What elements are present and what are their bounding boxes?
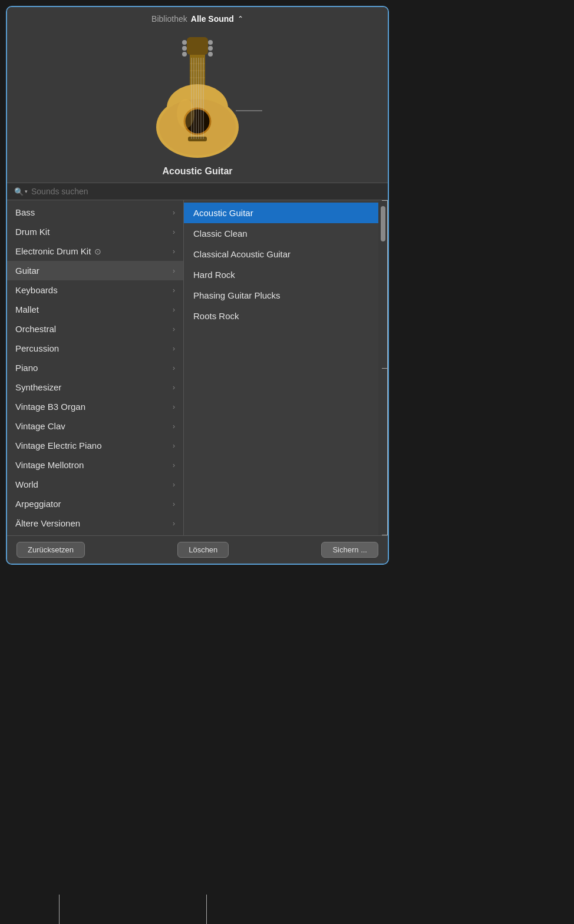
scroll-thumb[interactable]: [381, 206, 385, 241]
category-label-vintage-electric-piano: Vintage Electric Piano: [15, 441, 101, 451]
search-icon: 🔍: [14, 187, 24, 196]
category-label-synthesizer: Synthesizer: [15, 382, 61, 392]
chevron-right-icon-guitar: ›: [173, 267, 175, 275]
category-label-world: World: [15, 479, 38, 489]
connector-tick-bottom: [382, 535, 388, 535]
category-label-bass: Bass: [15, 207, 35, 217]
category-item-aeltere-versionen[interactable]: Ältere Versionen›: [7, 514, 183, 533]
instrument-display: Acoustic Guitar: [7, 28, 388, 183]
header-title[interactable]: Alle Sound: [191, 14, 234, 24]
sound-item-roots-rock[interactable]: Roots Rock: [184, 306, 378, 326]
chevron-right-icon-mallet: ›: [173, 306, 175, 314]
bottom-connector-reset: [59, 895, 60, 924]
category-label-orchestral: Orchestral: [15, 324, 56, 334]
category-item-vintage-b3-organ[interactable]: Vintage B3 Organ›: [7, 397, 183, 416]
save-button[interactable]: Sichern ...: [321, 542, 378, 558]
category-label-vintage-clav: Vintage Clav: [15, 421, 65, 431]
reset-button[interactable]: Zurücksetzen: [17, 542, 85, 558]
search-dropdown-icon[interactable]: ▾: [25, 188, 28, 194]
chevron-right-icon-drum-kit: ›: [173, 228, 175, 236]
sound-item-classical-acoustic-guitar[interactable]: Classical Acoustic Guitar: [184, 244, 378, 264]
category-item-keyboards[interactable]: Keyboards›: [7, 280, 183, 300]
sound-item-acoustic-guitar[interactable]: Acoustic Guitar: [184, 203, 378, 223]
chevron-right-icon-orchestral: ›: [173, 325, 175, 333]
content-area: Bass›Drum Kit›Electronic Drum Kit⊙›Guita…: [7, 200, 388, 535]
svg-rect-18: [188, 137, 207, 141]
category-label-drum-kit: Drum Kit: [15, 227, 50, 237]
svg-point-7: [208, 52, 213, 57]
svg-rect-1: [187, 37, 208, 55]
category-label-guitar: Guitar: [15, 266, 39, 276]
chevron-right-icon-bass: ›: [173, 208, 175, 217]
svg-point-2: [182, 40, 187, 45]
svg-point-25: [177, 99, 194, 128]
connector-tick-mid: [382, 368, 388, 369]
category-label-vintage-b3-organ: Vintage B3 Organ: [15, 402, 85, 412]
category-item-vintage-electric-piano[interactable]: Vintage Electric Piano›: [7, 436, 183, 455]
sound-list: Acoustic GuitarClassic CleanClassical Ac…: [184, 200, 378, 535]
library-panel: Bibliothek Alle Sound ⌃: [6, 6, 389, 565]
category-item-guitar[interactable]: Guitar›: [7, 261, 183, 280]
category-item-piano[interactable]: Piano›: [7, 358, 183, 377]
category-item-arpeggiator[interactable]: Arpeggiator›: [7, 494, 183, 514]
sound-item-classic-clean[interactable]: Classic Clean: [184, 223, 378, 244]
category-item-vintage-clav[interactable]: Vintage Clav›: [7, 416, 183, 436]
chevron-right-icon-world: ›: [173, 481, 175, 489]
category-label-arpeggiator: Arpeggiator: [15, 499, 61, 509]
svg-point-5: [208, 40, 213, 45]
chevron-right-icon-vintage-b3-organ: ›: [173, 403, 175, 411]
chevron-right-icon-arpeggiator: ›: [173, 500, 175, 508]
category-label-mallet: Mallet: [15, 304, 39, 314]
guitar-image: [133, 34, 262, 164]
category-label-keyboards: Keyboards: [15, 285, 58, 295]
category-label-electronic-drum-kit: Electronic Drum Kit: [15, 246, 91, 256]
svg-point-3: [182, 46, 187, 51]
header: Bibliothek Alle Sound ⌃: [7, 7, 388, 28]
category-item-electronic-drum-kit[interactable]: Electronic Drum Kit⊙›: [7, 241, 183, 261]
search-bar[interactable]: 🔍 ▾: [7, 183, 388, 200]
chevron-right-icon-keyboards: ›: [173, 286, 175, 294]
category-label-percussion: Percussion: [15, 343, 59, 353]
search-icon-group[interactable]: 🔍 ▾: [14, 187, 28, 196]
download-icon-electronic-drum-kit[interactable]: ⊙: [94, 247, 101, 256]
svg-point-4: [182, 52, 187, 57]
category-label-piano: Piano: [15, 363, 38, 373]
delete-button[interactable]: Löschen: [177, 542, 229, 558]
category-list: Bass›Drum Kit›Electronic Drum Kit⊙›Guita…: [7, 200, 184, 535]
sound-item-phasing-guitar-plucks[interactable]: Phasing Guitar Plucks: [184, 285, 378, 306]
instrument-label: Acoustic Guitar: [162, 166, 232, 177]
connector-tick-top: [382, 200, 388, 201]
category-label-aeltere-versionen: Ältere Versionen: [15, 518, 80, 528]
chevron-right-icon-synthesizer: ›: [173, 383, 175, 392]
category-item-percussion[interactable]: Percussion›: [7, 339, 183, 358]
scroll-track[interactable]: [378, 200, 388, 535]
chevron-right-icon-piano: ›: [173, 364, 175, 372]
chevron-right-icon-vintage-mellotron: ›: [173, 461, 175, 469]
svg-point-6: [208, 46, 213, 51]
footer: Zurücksetzen Löschen Sichern ...: [7, 535, 388, 564]
category-item-orchestral[interactable]: Orchestral›: [7, 319, 183, 339]
chevron-right-icon-vintage-electric-piano: ›: [173, 442, 175, 450]
category-item-vintage-mellotron[interactable]: Vintage Mellotron›: [7, 455, 183, 475]
chevron-right-icon-vintage-clav: ›: [173, 422, 175, 430]
chevron-up-icon[interactable]: ⌃: [237, 15, 243, 23]
category-item-bass[interactable]: Bass›: [7, 203, 183, 222]
chevron-right-icon-percussion: ›: [173, 345, 175, 353]
category-item-mallet[interactable]: Mallet›: [7, 300, 183, 319]
bibliothek-label: Bibliothek: [151, 14, 187, 24]
category-item-synthesizer[interactable]: Synthesizer›: [7, 377, 183, 397]
category-item-world[interactable]: World›: [7, 475, 183, 494]
search-input[interactable]: [31, 187, 381, 196]
category-label-vintage-mellotron: Vintage Mellotron: [15, 460, 84, 470]
guitar-svg: [133, 34, 262, 164]
chevron-right-icon-aeltere-versionen: ›: [173, 519, 175, 528]
category-item-drum-kit[interactable]: Drum Kit›: [7, 222, 183, 241]
bottom-connector-delete: [206, 895, 207, 924]
chevron-right-icon-electronic-drum-kit: ›: [173, 247, 175, 256]
sound-item-hard-rock[interactable]: Hard Rock: [184, 264, 378, 285]
